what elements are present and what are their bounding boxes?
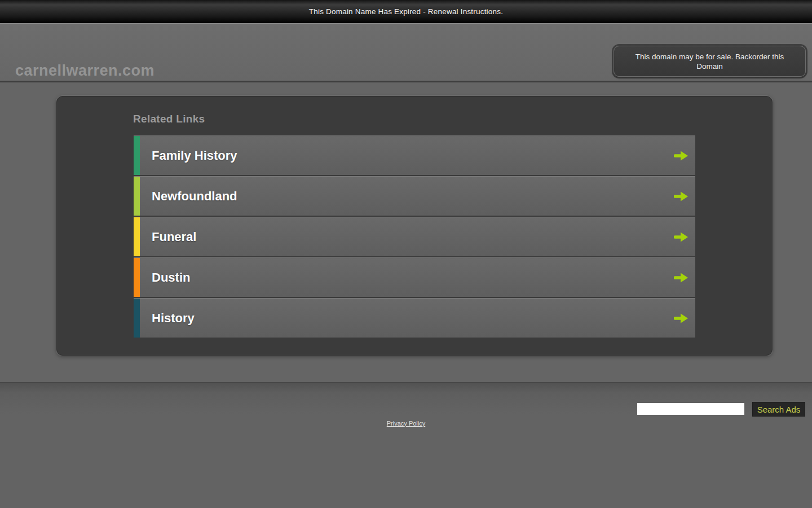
arrow-right-icon bbox=[674, 191, 689, 202]
expired-notice-bar: This Domain Name Has Expired - Renewal I… bbox=[0, 0, 812, 23]
arrow-right-icon bbox=[674, 272, 689, 283]
main-content: Related Links Family History Newfoundlan… bbox=[0, 82, 812, 382]
arrow-right-icon bbox=[674, 313, 689, 324]
search-input[interactable] bbox=[637, 403, 744, 415]
link-accent-bar bbox=[134, 217, 140, 256]
related-link-label: Family History bbox=[152, 148, 237, 163]
related-link-row[interactable]: Dustin bbox=[134, 257, 695, 297]
related-links-list: Family History Newfoundland Funeral bbox=[134, 135, 695, 339]
backorder-domain-button-label: This domain may be for sale. Backorder t… bbox=[628, 52, 792, 71]
search-ads-button[interactable]: Search Ads bbox=[752, 402, 805, 417]
expired-notice-text[interactable]: This Domain Name Has Expired - Renewal I… bbox=[309, 7, 503, 16]
backorder-domain-button[interactable]: This domain may be for sale. Backorder t… bbox=[614, 46, 806, 77]
related-link-label: History bbox=[152, 311, 195, 326]
arrow-right-icon bbox=[674, 150, 689, 161]
link-accent-bar bbox=[134, 136, 140, 175]
related-link-label: Newfoundland bbox=[152, 189, 237, 204]
header: carnellwarren.com This domain may be for… bbox=[0, 23, 812, 82]
related-link-label: Dustin bbox=[152, 270, 190, 285]
related-links-panel: Related Links Family History Newfoundlan… bbox=[56, 96, 773, 356]
related-link-row[interactable]: Funeral bbox=[134, 217, 695, 256]
domain-title: carnellwarren.com bbox=[15, 62, 155, 80]
privacy-policy-link[interactable]: Privacy Policy bbox=[387, 420, 425, 427]
search-ads-button-label: Search Ads bbox=[757, 405, 801, 414]
related-link-row[interactable]: Newfoundland bbox=[134, 176, 695, 216]
footer: Search Ads Privacy Policy bbox=[0, 382, 812, 508]
link-accent-bar bbox=[134, 258, 140, 297]
related-link-row[interactable]: History bbox=[134, 298, 695, 338]
related-link-label: Funeral bbox=[152, 230, 196, 244]
link-accent-bar bbox=[134, 177, 140, 216]
related-link-row[interactable]: Family History bbox=[134, 135, 695, 175]
related-links-heading: Related Links bbox=[133, 113, 205, 125]
link-accent-bar bbox=[134, 299, 140, 338]
arrow-right-icon bbox=[674, 231, 689, 243]
